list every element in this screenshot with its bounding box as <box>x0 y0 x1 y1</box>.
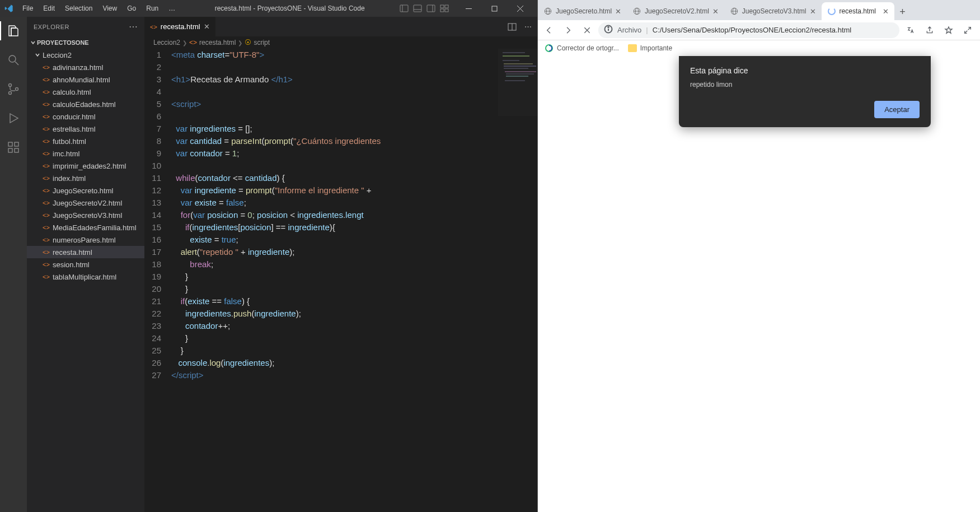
file-imc-html[interactable]: <>imc.html <box>27 147 144 160</box>
chevron-down-icon <box>35 51 43 59</box>
folder-leccion2[interactable]: Leccion2 <box>27 49 144 61</box>
breadcrumbs[interactable]: Leccion2 ❯ <>recesta.html ❯ ⦿script <box>144 36 537 49</box>
html-file-icon: <> <box>43 150 53 157</box>
menu-bar: FileEditSelectionViewGoRun… <box>18 2 180 15</box>
file-calculoEdades-html[interactable]: <>calculoEdades.html <box>27 98 144 110</box>
back-button[interactable] <box>541 22 557 38</box>
activity-source-control[interactable] <box>0 80 27 99</box>
svg-rect-7 <box>445 5 448 8</box>
svg-point-14 <box>9 55 16 62</box>
project-root[interactable]: PROYECTOSONE <box>27 36 144 49</box>
browser-tab-strip: JuegoSecreto.html✕JuegoSecretoV2.html✕Ju… <box>538 0 980 20</box>
svg-rect-11 <box>492 6 497 11</box>
file-index-html[interactable]: <>index.html <box>27 172 144 184</box>
layout-grid-icon[interactable] <box>440 4 449 13</box>
file-JuegoSecretoV2-html[interactable]: <>JuegoSecretoV2.html <box>27 197 144 209</box>
svg-rect-9 <box>445 9 448 12</box>
explorer-sidebar: EXPLORER ⋯ PROYECTOSONE Leccion2 <>adivi… <box>27 17 144 512</box>
html-file-icon: <> <box>43 101 53 108</box>
file-tablaMultiplicar-html[interactable]: <>tablaMultiplicar.html <box>27 271 144 283</box>
svg-line-39 <box>965 30 968 33</box>
file-JuegoSecreto-html[interactable]: <>JuegoSecreto.html <box>27 184 144 197</box>
file-futbol-html[interactable]: <>futbol.html <box>27 135 144 147</box>
explorer-more-icon[interactable]: ⋯ <box>129 21 138 32</box>
file-numerosPares-html[interactable]: <>numerosPares.html <box>27 234 144 246</box>
html-file-icon: <> <box>189 39 197 46</box>
file-imprimir_edades2-html[interactable]: <>imprimir_edades2.html <box>27 160 144 172</box>
tab-close-icon[interactable]: ✕ <box>810 7 816 16</box>
minimize-button[interactable] <box>456 0 481 17</box>
file-sesion-html[interactable]: <>sesion.html <box>27 258 144 271</box>
html-file-icon: <> <box>150 24 157 30</box>
svg-point-16 <box>9 84 12 87</box>
code-editor[interactable]: 1234567891011121314151617181920212223242… <box>144 49 537 512</box>
browser-tab[interactable]: JuegoSecreto.html✕ <box>538 2 627 20</box>
share-icon[interactable] <box>922 22 937 38</box>
activity-run-debug[interactable] <box>0 109 27 128</box>
activity-search[interactable] <box>0 50 27 69</box>
html-file-icon: <> <box>43 175 53 181</box>
menu-selection[interactable]: Selection <box>60 2 97 15</box>
address-bar[interactable]: Archivo | C:/Users/Sena/Desktop/Proyecto… <box>598 22 899 38</box>
editor-tabs: <> recesta.html ✕ ⋯ <box>144 17 537 36</box>
file-ahnoMundial-html[interactable]: <>ahnoMundial.html <box>27 73 144 86</box>
maximize-button[interactable] <box>481 0 507 17</box>
file-calculo-html[interactable]: <>calculo.html <box>27 86 144 98</box>
panel-left-icon[interactable] <box>400 4 409 13</box>
browser-window: JuegoSecreto.html✕JuegoSecretoV2.html✕Ju… <box>537 0 980 512</box>
editor-more-icon[interactable]: ⋯ <box>524 22 532 31</box>
panel-right-icon[interactable] <box>426 4 435 13</box>
vscode-window: FileEditSelectionViewGoRun… recesta.html… <box>0 0 537 512</box>
html-file-icon: <> <box>43 249 53 255</box>
browser-tab[interactable]: JuegoSecretoV3.html✕ <box>724 2 822 20</box>
bookmarks-bar: Corrector de ortogr...Importante <box>538 40 980 56</box>
html-file-icon: <> <box>43 199 53 206</box>
file-conducir-html[interactable]: <>conducir.html <box>27 110 144 123</box>
window-controls <box>456 0 533 17</box>
html-file-icon: <> <box>43 261 53 268</box>
svg-rect-21 <box>8 148 12 152</box>
svg-rect-2 <box>414 5 421 12</box>
activity-extensions[interactable] <box>0 138 27 157</box>
activity-explorer[interactable] <box>0 21 27 40</box>
menu-go[interactable]: Go <box>123 2 140 15</box>
tab-close-icon[interactable]: ✕ <box>204 22 210 31</box>
window-title: recesta.html - ProyectosONE - Visual Stu… <box>180 4 400 12</box>
menu-view[interactable]: View <box>98 2 121 15</box>
browser-tab[interactable]: JuegoSecretoV2.html✕ <box>627 2 724 20</box>
file-recesta-html[interactable]: <>recesta.html <box>27 246 144 258</box>
stop-reload-button[interactable] <box>579 22 595 38</box>
menu-edit[interactable]: Edit <box>39 2 59 15</box>
tab-close-icon[interactable]: ✕ <box>712 7 719 16</box>
chevron-down-icon <box>29 40 37 45</box>
new-tab-button[interactable]: + <box>894 3 911 20</box>
tab-close-icon[interactable]: ✕ <box>615 7 621 16</box>
bookmark-star-icon[interactable] <box>941 22 956 38</box>
menu-file[interactable]: File <box>18 2 37 15</box>
svg-rect-0 <box>400 5 408 12</box>
translate-icon[interactable] <box>903 22 918 38</box>
chevron-right-icon: ❯ <box>238 40 242 46</box>
split-editor-icon[interactable] <box>508 22 517 31</box>
menu-run[interactable]: Run <box>142 2 163 15</box>
file-adivinanza-html[interactable]: <>adivinanza.html <box>27 61 144 73</box>
close-button[interactable] <box>507 0 533 17</box>
file-JuegoSecretoV3-html[interactable]: <>JuegoSecretoV3.html <box>27 209 144 221</box>
forward-button[interactable] <box>560 22 576 38</box>
browser-tab[interactable]: recesta.html✕ <box>822 2 894 20</box>
file-MediaEdadesFamilia-html[interactable]: <>MediaEdadesFamilia.html <box>27 221 144 234</box>
file-estrellas-html[interactable]: <>estrellas.html <box>27 123 144 135</box>
tab-close-icon[interactable]: ✕ <box>883 7 889 16</box>
editor-tab-recesta[interactable]: <> recesta.html ✕ <box>144 17 216 36</box>
globe-icon <box>632 7 641 16</box>
bookmark-item[interactable]: Corrector de ortogr... <box>545 44 619 53</box>
expand-icon[interactable] <box>960 22 976 38</box>
panel-bottom-icon[interactable] <box>413 4 422 13</box>
minimap[interactable] <box>498 49 537 116</box>
dialog-title: Esta página dice <box>690 66 920 75</box>
html-file-icon: <> <box>43 125 53 132</box>
html-file-icon: <> <box>43 76 53 83</box>
dialog-accept-button[interactable]: Aceptar <box>874 101 920 118</box>
bookmark-item[interactable]: Importante <box>628 44 672 52</box>
menu-…[interactable]: … <box>164 2 180 15</box>
